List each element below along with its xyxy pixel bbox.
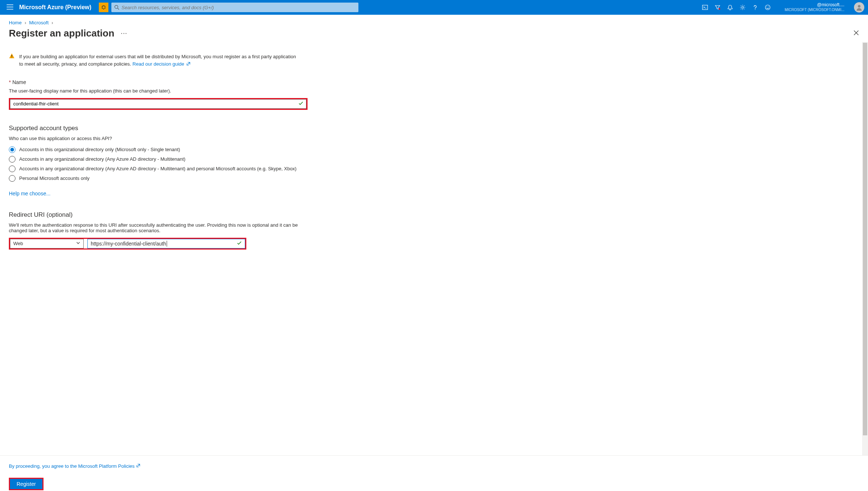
warning-triangle-icon	[9, 53, 15, 68]
more-actions-icon[interactable]: ···	[121, 31, 128, 36]
avatar-icon[interactable]	[854, 2, 864, 13]
svg-point-0	[102, 6, 105, 9]
page-header: Register an application ···	[0, 28, 868, 42]
help-me-choose-link[interactable]: Help me choose...	[9, 191, 51, 196]
valid-check-icon	[298, 101, 303, 107]
app-name-input[interactable]	[10, 99, 306, 109]
required-star-icon: *	[9, 79, 11, 85]
radio-selected-icon	[9, 146, 15, 153]
external-link-icon	[186, 61, 191, 68]
content-scroll-area: If you are building an application for e…	[0, 42, 868, 456]
brand-title[interactable]: Microsoft Azure (Preview)	[19, 4, 91, 11]
chevron-right-icon: ›	[52, 20, 53, 25]
svg-point-5	[765, 5, 770, 10]
redirect-uri-input-wrap[interactable]: https://my-confidential-client/auth	[87, 239, 245, 248]
svg-point-7	[768, 7, 769, 7]
topbar-actions: @microsoft.... MICROSOFT (MICROSOFT.ONMI…	[702, 2, 864, 13]
radio-single-tenant[interactable]: Accounts in this organizational director…	[9, 146, 301, 153]
scrollbar[interactable]	[862, 42, 868, 455]
name-label: * Name	[9, 79, 301, 85]
platform-policies-link[interactable]: By proceeding, you agree to the Microsof…	[9, 463, 140, 469]
close-icon[interactable]	[853, 30, 859, 37]
platform-value: Web	[13, 241, 23, 246]
search-input[interactable]	[121, 5, 355, 10]
platform-select[interactable]: Web	[10, 239, 84, 248]
chevron-right-icon: ›	[25, 20, 26, 25]
breadcrumb-microsoft[interactable]: Microsoft	[29, 20, 49, 25]
page-title: Register an application	[9, 28, 114, 39]
feedback-smiley-icon[interactable]	[765, 4, 771, 10]
warning-banner: If you are building an application for e…	[9, 53, 301, 68]
preview-bug-icon[interactable]	[99, 3, 108, 12]
help-icon[interactable]	[752, 4, 758, 10]
scrollbar-thumb[interactable]	[863, 43, 867, 435]
svg-point-6	[767, 7, 767, 7]
register-button[interactable]: Register	[10, 479, 42, 489]
account-info[interactable]: @microsoft.... MICROSOFT (MICROSOFT.ONMI…	[785, 2, 844, 13]
radio-unselected-icon	[9, 166, 15, 172]
redirect-help-text: We'll return the authentication response…	[9, 222, 301, 233]
account-email: @microsoft....	[785, 2, 844, 7]
name-help-text: The user-facing display name for this ap…	[9, 88, 301, 94]
azure-topbar: Microsoft Azure (Preview) @microsoft....…	[0, 0, 868, 15]
external-link-icon	[136, 463, 140, 469]
radio-unselected-icon	[9, 175, 15, 182]
account-types-question: Who can use this application or access t…	[9, 136, 301, 141]
radio-unselected-icon	[9, 156, 15, 163]
footer: By proceeding, you agree to the Microsof…	[0, 456, 868, 491]
valid-check-icon	[237, 240, 242, 247]
account-types-heading: Supported account types	[9, 125, 301, 132]
breadcrumb-home[interactable]: Home	[9, 20, 22, 25]
svg-point-4	[742, 7, 743, 8]
breadcrumb: Home › Microsoft ›	[0, 15, 868, 28]
redirect-uri-value: https://my-confidential-client/auth	[91, 241, 166, 247]
directory-filter-icon[interactable]	[715, 4, 721, 10]
svg-point-3	[719, 8, 721, 10]
svg-point-8	[858, 5, 861, 8]
chevron-down-icon	[76, 241, 80, 246]
cloud-shell-icon[interactable]	[702, 4, 708, 10]
radio-multitenant-personal[interactable]: Accounts in any organizational directory…	[9, 166, 301, 172]
settings-gear-icon[interactable]	[740, 4, 746, 10]
radio-personal-only[interactable]: Personal Microsoft accounts only	[9, 175, 301, 182]
decision-guide-link[interactable]: Read our decision guide	[132, 61, 191, 67]
hamburger-menu-icon[interactable]	[4, 1, 16, 14]
notifications-icon[interactable]	[727, 4, 733, 10]
search-icon	[114, 5, 119, 10]
redirect-heading: Redirect URI (optional)	[9, 211, 301, 219]
account-directory: MICROSOFT (MICROSOFT.ONMI...	[785, 7, 844, 13]
radio-multitenant[interactable]: Accounts in any organizational directory…	[9, 156, 301, 163]
svg-point-1	[115, 5, 118, 8]
global-search[interactable]	[111, 3, 358, 12]
